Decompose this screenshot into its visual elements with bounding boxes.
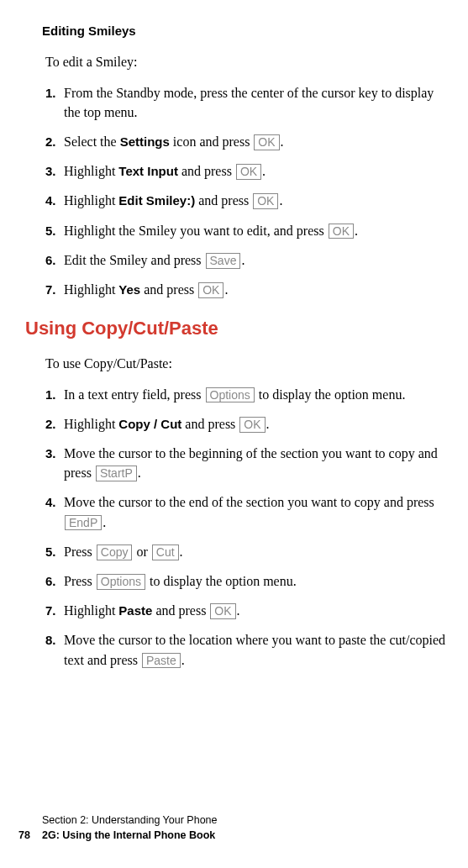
- page-number: 78: [18, 829, 42, 844]
- step-item: 3. Highlight Text Input and press OK.: [45, 161, 450, 181]
- step-text: or: [133, 544, 150, 559]
- step-number: 2.: [45, 414, 60, 434]
- footer-chapter-title: 2G: Using the Internal Phone Book: [42, 829, 215, 841]
- page-footer: Section 2: Understanding Your Phone 782G…: [18, 813, 218, 843]
- step-text: to display the option menu.: [255, 387, 406, 402]
- step-number: 4.: [45, 191, 60, 210]
- intro-text: To use Copy/Cut/Paste:: [45, 355, 450, 373]
- keycap-save: Save: [206, 253, 241, 269]
- step-item: 5. Highlight the Smiley you want to edit…: [45, 221, 450, 240]
- step-number: 1.: [45, 385, 60, 404]
- step-number: 7.: [45, 280, 60, 299]
- step-text: .: [262, 164, 266, 178]
- step-item: 2. Highlight Copy / Cut and press OK.: [45, 414, 450, 434]
- step-text: Move the cursor to the end of the sectio…: [64, 495, 434, 509]
- keycap-ok: OK: [254, 134, 279, 150]
- keycap-ok: OK: [210, 603, 235, 619]
- step-text: .: [355, 224, 358, 238]
- step-body: Select the Settings icon and press OK.: [64, 132, 450, 151]
- step-text: Edit the Smiley and press: [64, 253, 205, 267]
- keycap-ok: OK: [236, 164, 261, 180]
- step-text: .: [103, 515, 106, 529]
- step-text: and press: [178, 164, 235, 178]
- step-body: From the Standby mode, press the center …: [64, 83, 450, 122]
- step-text: .: [241, 253, 245, 267]
- section-heading-copy-cut-paste: Using Copy/Cut/Paste: [25, 318, 450, 339]
- steps-list-editing-smileys: 1. From the Standby mode, press the cent…: [45, 83, 450, 300]
- step-number: 7.: [45, 601, 60, 620]
- step-text: .: [224, 282, 228, 297]
- step-text: Select the: [64, 134, 120, 149]
- step-body: Move the cursor to the beginning of the …: [64, 444, 450, 482]
- step-text: .: [237, 603, 240, 618]
- step-number: 3.: [45, 444, 60, 482]
- step-bold: Copy / Cut: [118, 417, 181, 431]
- keycap-ok: OK: [239, 417, 265, 433]
- step-body: Move the cursor to the location where yo…: [64, 630, 450, 669]
- step-item: 7. Highlight Yes and press OK.: [45, 280, 450, 299]
- step-text: and press: [181, 417, 239, 431]
- step-text: to display the option menu.: [146, 574, 297, 588]
- step-text: .: [181, 653, 185, 667]
- step-text: Highlight the Smiley you want to edit, a…: [64, 224, 328, 238]
- step-bold: Edit Smiley:): [118, 193, 195, 208]
- footer-chapter-line: 782G: Using the Internal Phone Book: [18, 829, 218, 844]
- step-item: 4. Highlight Edit Smiley:) and press OK.: [45, 191, 450, 210]
- step-bold: Text Input: [118, 164, 178, 178]
- keycap-cut: Cut: [152, 544, 179, 560]
- step-text: Highlight: [64, 417, 118, 431]
- step-body: Move the cursor to the end of the sectio…: [64, 492, 450, 531]
- step-item: 5. Press Copy or Cut.: [45, 542, 450, 561]
- step-number: 4.: [45, 492, 60, 531]
- step-item: 6. Press Options to display the option m…: [45, 571, 450, 591]
- step-body: In a text entry field, press Options to …: [64, 385, 450, 404]
- steps-list-copy-cut-paste: 1. In a text entry field, press Options …: [45, 385, 450, 670]
- step-number: 6.: [45, 571, 60, 591]
- step-text: .: [279, 193, 282, 208]
- step-text: .: [266, 417, 270, 431]
- step-text: Highlight: [64, 603, 118, 618]
- keycap-ok: OK: [329, 224, 354, 239]
- step-text: Highlight: [64, 282, 118, 297]
- step-text: Highlight: [64, 193, 118, 208]
- step-text: and press: [140, 282, 197, 297]
- step-text: From the Standby mode, press the center …: [64, 86, 434, 119]
- step-text: .: [180, 544, 183, 559]
- step-text: In a text entry field, press: [64, 387, 205, 402]
- keycap-ok: OK: [253, 193, 278, 209]
- step-bold: Paste: [118, 603, 152, 618]
- footer-section-title: Section 2: Understanding Your Phone: [42, 813, 218, 829]
- step-body: Highlight the Smiley you want to edit, a…: [64, 221, 450, 240]
- step-body: Highlight Text Input and press OK.: [64, 161, 450, 181]
- step-body: Edit the Smiley and press Save.: [64, 250, 450, 270]
- step-item: 7. Highlight Paste and press OK.: [45, 601, 450, 620]
- keycap-copy: Copy: [97, 544, 133, 560]
- subsection-heading-editing-smileys: Editing Smileys: [42, 24, 450, 38]
- step-item: 8. Move the cursor to the location where…: [45, 630, 450, 669]
- step-text: Press: [64, 574, 96, 588]
- step-text: and press: [152, 603, 209, 618]
- step-body: Highlight Yes and press OK.: [64, 280, 450, 299]
- step-text: Highlight: [64, 164, 118, 178]
- step-item: 2. Select the Settings icon and press OK…: [45, 132, 450, 151]
- step-body: Highlight Paste and press OK.: [64, 601, 450, 620]
- step-body: Highlight Copy / Cut and press OK.: [64, 414, 450, 434]
- step-number: 3.: [45, 161, 60, 181]
- keycap-endp: EndP: [65, 515, 102, 531]
- step-item: 3. Move the cursor to the beginning of t…: [45, 444, 450, 482]
- step-bold: Settings: [120, 134, 170, 149]
- keycap-ok: OK: [198, 282, 223, 298]
- page-content: Editing Smileys To edit a Smiley: 1. Fro…: [0, 0, 468, 670]
- step-number: 5.: [45, 221, 60, 240]
- step-body: Highlight Edit Smiley:) and press OK.: [64, 191, 450, 210]
- step-text: Move the cursor to the location where yo…: [64, 633, 445, 666]
- intro-text: To edit a Smiley:: [45, 53, 450, 71]
- step-body: Press Options to display the option menu…: [64, 571, 450, 591]
- keycap-options: Options: [97, 574, 145, 590]
- step-number: 6.: [45, 250, 60, 270]
- step-item: 4. Move the cursor to the end of the sec…: [45, 492, 450, 531]
- step-number: 8.: [45, 630, 60, 669]
- step-text: icon and press: [170, 134, 254, 149]
- keycap-paste: Paste: [142, 653, 181, 669]
- step-text: and press: [195, 193, 252, 208]
